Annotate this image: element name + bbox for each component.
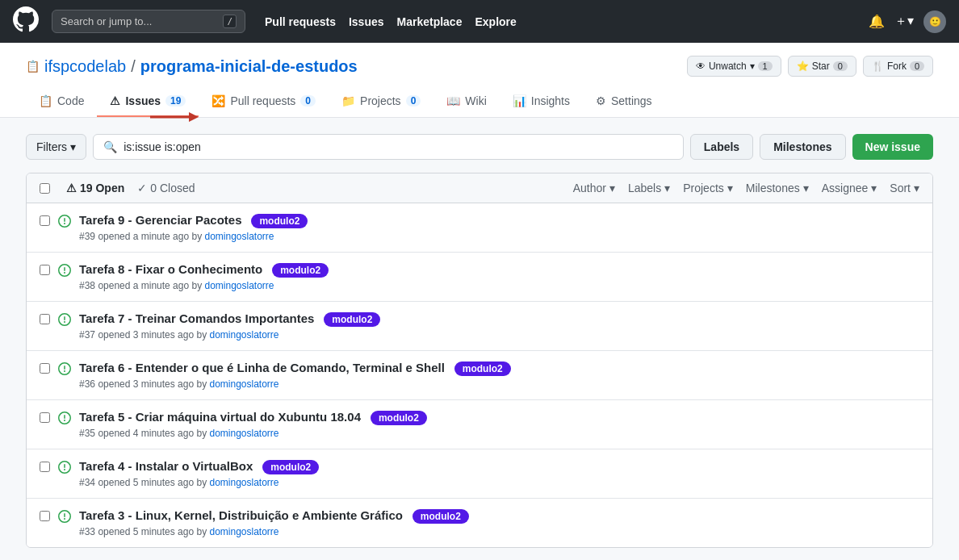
issue-title[interactable]: Tarefa 7 - Treinar Comandos Importantes xyxy=(79,311,314,325)
new-issue-button[interactable]: New issue xyxy=(852,134,933,160)
issue-opened-text: opened 5 minutes ago by xyxy=(98,526,209,537)
issue-checkbox[interactable] xyxy=(40,363,50,374)
table-row: Tarefa 6 - Entender o que é Linha de Com… xyxy=(27,351,932,400)
github-logo-icon[interactable] xyxy=(13,6,39,37)
repo-action-buttons: 👁 Unwatch ▾ 1 ⭐ Star 0 🍴 Fork 0 xyxy=(687,56,933,86)
milestones-filter[interactable]: Milestones ▾ xyxy=(746,182,809,194)
labels-button[interactable]: Labels xyxy=(690,134,753,160)
issue-author[interactable]: domingoslatorre xyxy=(204,280,274,291)
search-box[interactable]: 🔍 xyxy=(93,134,684,160)
tab-code[interactable]: 📋 Code xyxy=(26,86,97,117)
tab-projects[interactable]: 📁 Projects 0 xyxy=(329,86,433,117)
filters-button[interactable]: Filters ▾ xyxy=(26,134,86,160)
tab-wiki[interactable]: 📖 Wiki xyxy=(433,86,499,117)
issue-checkbox[interactable] xyxy=(40,462,50,472)
repo-owner[interactable]: ifspcodelab xyxy=(44,57,126,76)
issue-number: #35 xyxy=(79,428,95,439)
open-issue-icon xyxy=(58,313,71,329)
labels-filter-label: Labels xyxy=(628,182,661,194)
issue-opened-text: opened a minute ago by xyxy=(98,280,204,291)
issue-checkbox[interactable] xyxy=(40,314,50,324)
issue-content: Tarefa 8 - Fixar o Conhecimento modulo2 … xyxy=(79,262,919,291)
milestones-filter-label: Milestones xyxy=(746,182,800,194)
repo-name[interactable]: programa-inicial-de-estudos xyxy=(140,57,358,76)
issues-area: Filters ▾ 🔍 Labels Milestones New issue … xyxy=(0,118,959,560)
issue-title[interactable]: Tarefa 5 - Criar máquina virtual do Xubu… xyxy=(79,410,361,424)
wiki-icon: 📖 xyxy=(446,94,460,107)
issue-checkbox[interactable] xyxy=(40,511,50,521)
issue-title[interactable]: Tarefa 8 - Fixar o Conhecimento xyxy=(79,262,262,276)
issue-checkbox[interactable] xyxy=(40,265,50,275)
issue-author[interactable]: domingoslatorre xyxy=(209,428,278,439)
issue-meta: #36 opened 3 minutes ago by domingoslato… xyxy=(79,378,919,390)
projects-filter[interactable]: Projects ▾ xyxy=(683,182,733,194)
open-count-label: 19 Open xyxy=(80,182,124,194)
search-placeholder: Search or jump to... xyxy=(61,15,216,27)
closed-count[interactable]: ✓ 0 Closed xyxy=(137,182,195,194)
issue-title[interactable]: Tarefa 4 - Instalar o VirtualBox xyxy=(79,459,253,473)
search-icon: 🔍 xyxy=(103,140,117,153)
search-input[interactable] xyxy=(124,140,673,153)
breadcrumb: 📋 ifspcodelab / programa-inicial-de-estu… xyxy=(26,57,358,76)
issue-checkbox[interactable] xyxy=(40,412,50,423)
open-issue-icon xyxy=(58,412,71,428)
projects-count-badge: 0 xyxy=(406,95,421,107)
projects-chevron-icon: ▾ xyxy=(727,182,733,194)
milestones-label: Milestones xyxy=(773,140,831,153)
open-issue-icon xyxy=(58,510,71,526)
milestones-button[interactable]: Milestones xyxy=(760,134,845,160)
fork-icon: 🍴 xyxy=(872,61,884,72)
nav-marketplace[interactable]: Marketplace xyxy=(397,15,463,28)
select-all-checkbox[interactable] xyxy=(40,183,50,194)
open-issue-icon xyxy=(58,461,71,477)
add-icon[interactable]: ＋▾ xyxy=(894,13,914,30)
tab-settings[interactable]: ⚙ Settings xyxy=(583,86,665,117)
fork-button[interactable]: 🍴 Fork 0 xyxy=(863,56,933,77)
avatar[interactable]: 🙂 xyxy=(923,10,946,33)
search-bar[interactable]: Search or jump to... / xyxy=(52,10,245,33)
settings-icon: ⚙ xyxy=(596,94,606,107)
notifications-icon[interactable]: 🔔 xyxy=(869,14,885,29)
nav-issues[interactable]: Issues xyxy=(349,15,384,28)
nav-pull-requests[interactable]: Pull requests xyxy=(265,15,336,28)
star-button[interactable]: ⭐ Star 0 xyxy=(788,56,856,77)
eye-icon: 👁 xyxy=(696,61,706,72)
issue-author[interactable]: domingoslatorre xyxy=(209,329,278,341)
assignee-filter[interactable]: Assignee ▾ xyxy=(822,182,877,194)
issue-meta: #33 opened 5 minutes ago by domingoslato… xyxy=(79,526,919,537)
code-icon: 📋 xyxy=(39,94,52,107)
issue-author[interactable]: domingoslatorre xyxy=(209,526,278,537)
tab-insights[interactable]: 📊 Insights xyxy=(500,86,583,117)
issue-badge: modulo2 xyxy=(272,263,329,278)
sort-filter[interactable]: Sort ▾ xyxy=(890,182,919,194)
issue-title[interactable]: Tarefa 9 - Gerenciar Pacotes xyxy=(79,213,242,227)
issue-number: #38 xyxy=(79,280,95,291)
projects-icon: 📁 xyxy=(341,94,355,107)
star-label: Star xyxy=(812,61,830,72)
nav-explore[interactable]: Explore xyxy=(475,15,516,28)
filter-chevron-icon: ▾ xyxy=(70,140,76,153)
issue-meta: #35 opened 4 minutes ago by domingoslato… xyxy=(79,428,919,439)
issue-title[interactable]: Tarefa 3 - Linux, Kernel, Distribuição e… xyxy=(79,508,403,522)
issue-checkbox[interactable] xyxy=(40,215,50,226)
issue-author[interactable]: domingoslatorre xyxy=(209,477,278,488)
issue-badge: modulo2 xyxy=(454,361,511,376)
issue-badge: modulo2 xyxy=(324,312,380,327)
svg-marker-1 xyxy=(189,112,199,122)
issue-badge: modulo2 xyxy=(251,214,308,228)
issue-author[interactable]: domingoslatorre xyxy=(204,231,274,242)
issue-content: Tarefa 5 - Criar máquina virtual do Xubu… xyxy=(79,410,919,439)
labels-filter[interactable]: Labels ▾ xyxy=(628,182,670,194)
new-issue-label: New issue xyxy=(865,140,920,153)
unwatch-button[interactable]: 👁 Unwatch ▾ 1 xyxy=(687,56,781,77)
projects-filter-label: Projects xyxy=(683,182,724,194)
repo-icon: 📋 xyxy=(26,60,40,73)
author-filter[interactable]: Author ▾ xyxy=(573,182,615,194)
author-chevron-icon: ▾ xyxy=(609,182,615,194)
issue-opened-text: opened 3 minutes ago by xyxy=(98,378,209,390)
issue-author[interactable]: domingoslatorre xyxy=(209,378,278,390)
unwatch-label: Unwatch xyxy=(709,61,747,72)
tab-pull-requests[interactable]: 🔀 Pull requests 0 xyxy=(199,86,329,117)
issue-title[interactable]: Tarefa 6 - Entender o que é Linha de Com… xyxy=(79,361,445,374)
open-issue-icon xyxy=(58,264,71,280)
